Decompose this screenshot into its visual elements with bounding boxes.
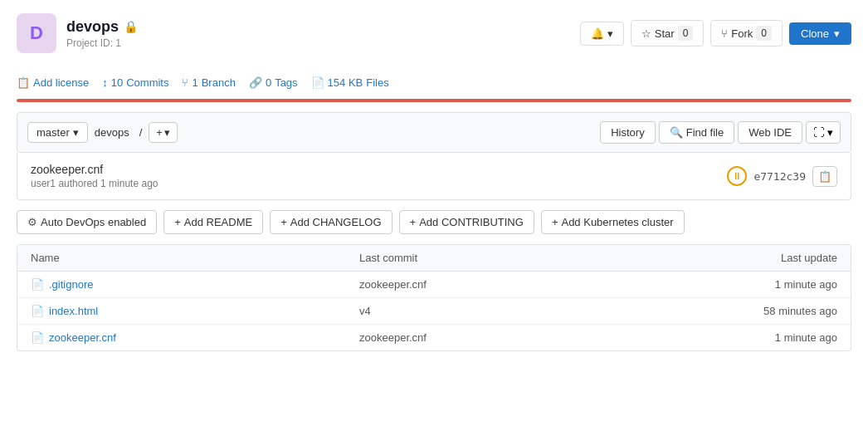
commits-label: Commits (126, 76, 168, 89)
file-commit-gitignore: zookeeper.cnf (359, 278, 688, 291)
project-avatar: D (17, 13, 56, 53)
file-commit-zookeeper: zookeeper.cnf (359, 331, 688, 344)
add-readme-label: Add README (184, 216, 252, 228)
branch-bar: master ▾ devops / + ▾ History 🔍 Find fil… (17, 112, 851, 153)
file-icon-zookeeper: 📄 (31, 331, 44, 344)
lock-icon: 🔒 (124, 20, 138, 33)
file-name-gitignore[interactable]: 📄 .gitignore (31, 278, 359, 291)
add-readme-button[interactable]: + Add README (163, 210, 263, 234)
col-update-header: Last update (688, 252, 837, 264)
auto-devops-button[interactable]: ⚙ Auto DevOps enabled (17, 210, 157, 234)
star-count: 0 (678, 26, 694, 41)
commit-right: ⏸ e7712c39 📋 (727, 166, 837, 187)
clone-button[interactable]: Clone ▾ (789, 22, 851, 45)
commit-action: authored (58, 178, 100, 189)
project-title: devops (66, 18, 119, 36)
license-icon: 📋 (17, 76, 30, 89)
new-file-button[interactable]: + ▾ (149, 122, 178, 143)
gear-icon: ⚙ (27, 216, 37, 228)
file-name-zookeeper[interactable]: 📄 zookeeper.cnf (31, 331, 359, 344)
files-label: Files (366, 76, 388, 89)
add-license-label: Add license (33, 76, 89, 89)
star-label: Star (655, 27, 675, 40)
file-table-header: Name Last commit Last update (17, 245, 851, 272)
file-name-label-gitignore: .gitignore (49, 278, 93, 291)
tags-link[interactable]: 🔗 0 Tags (249, 76, 298, 89)
add-k8s-label: Add Kubernetes cluster (561, 216, 673, 228)
file-row: 📄 .gitignore zookeeper.cnf 1 minute ago (17, 272, 851, 298)
plus-icon: + (156, 126, 163, 139)
project-header: D devops 🔒 Project ID: 1 🔔 ▾ ☆ Star 0 ⑂ (17, 13, 851, 63)
contributing-icon: + (410, 216, 417, 228)
star-button[interactable]: ☆ Star 0 (631, 20, 705, 47)
copy-hash-button[interactable]: 📋 (812, 166, 837, 187)
add-changelog-label: Add CHANGELOG (290, 216, 382, 228)
fork-button[interactable]: ⑂ Fork 0 (710, 20, 783, 47)
clone-label: Clone (801, 27, 829, 40)
branch-selector[interactable]: master ▾ (27, 122, 88, 143)
history-label: History (611, 126, 644, 139)
web-ide-label: Web IDE (749, 126, 792, 139)
project-id: Project ID: 1 (66, 37, 138, 49)
files-link[interactable]: 📄 154 KB Files (311, 76, 389, 89)
commits-link[interactable]: ↕ 10 Commits (102, 76, 168, 89)
pipeline-status-icon[interactable]: ⏸ (727, 166, 747, 186)
branch-count: 1 (192, 76, 197, 89)
file-name-label-zookeeper: zookeeper.cnf (49, 331, 116, 344)
tags-count: 0 (266, 76, 271, 89)
file-name-label-index: index.html (49, 305, 98, 317)
actions-bar: ⚙ Auto DevOps enabled + Add README + Add… (17, 200, 851, 244)
col-name-header: Name (31, 252, 359, 264)
k8s-icon: + (552, 216, 558, 228)
file-time-zookeeper: 1 minute ago (688, 331, 837, 344)
add-k8s-button[interactable]: + Add Kubernetes cluster (541, 210, 685, 234)
file-row: 📄 zookeeper.cnf zookeeper.cnf 1 minute a… (17, 325, 851, 350)
file-row: 📄 index.html v4 58 minutes ago (17, 298, 851, 325)
header-actions: 🔔 ▾ ☆ Star 0 ⑂ Fork 0 Clone ▾ (580, 20, 851, 47)
file-commit-index: v4 (359, 305, 688, 317)
fork-count: 0 (756, 26, 772, 41)
copy-icon: 📋 (818, 170, 831, 183)
commit-author: user1 (31, 178, 56, 189)
find-file-button[interactable]: 🔍 Find file (659, 121, 735, 144)
file-icon-index: 📄 (31, 305, 44, 317)
branch-link[interactable]: ⑂ 1 Branch (182, 76, 235, 89)
changelog-icon: + (280, 216, 287, 228)
more-arrow-icon: ▾ (827, 126, 833, 139)
file-time-index: 58 minutes ago (688, 305, 837, 317)
add-contributing-button[interactable]: + Add CONTRIBUTING (399, 210, 534, 234)
add-changelog-button[interactable]: + Add CHANGELOG (270, 210, 392, 234)
commit-details: zookeeper.cnf user1 authored 1 minute ag… (31, 163, 158, 189)
col-commit-header: Last commit (359, 252, 688, 264)
project-name: devops 🔒 (66, 18, 138, 36)
find-file-label: Find file (686, 126, 724, 139)
commits-count: 10 (111, 76, 123, 89)
add-license-link[interactable]: 📋 Add license (17, 76, 89, 89)
branch-name: master (37, 126, 70, 139)
commit-message: zookeeper.cnf (31, 163, 158, 176)
history-button[interactable]: History (600, 121, 655, 144)
add-contributing-label: Add CONTRIBUTING (419, 216, 524, 228)
pause-symbol: ⏸ (732, 170, 742, 182)
files-size: 154 KB (328, 76, 363, 89)
commit-info: zookeeper.cnf user1 authored 1 minute ag… (17, 153, 851, 200)
fork-icon: ⑂ (721, 27, 728, 40)
project-info: D devops 🔒 Project ID: 1 (17, 13, 138, 53)
readme-icon: + (174, 216, 181, 228)
notification-button[interactable]: 🔔 ▾ (580, 22, 624, 46)
branch-label: Branch (202, 76, 236, 89)
file-name-index[interactable]: 📄 index.html (31, 305, 359, 317)
find-file-icon: 🔍 (670, 126, 683, 139)
commit-hash: e7712c39 (753, 170, 806, 183)
web-ide-button[interactable]: Web IDE (738, 121, 802, 144)
file-time-gitignore: 1 minute ago (688, 278, 837, 291)
tags-label: Tags (275, 76, 297, 89)
plus-arrow-icon: ▾ (164, 126, 170, 139)
branch-icon: ⑂ (182, 76, 188, 89)
meta-bar: 📋 Add license ↕ 10 Commits ⑂ 1 Branch 🔗 … (17, 76, 851, 96)
more-options-button[interactable]: ⛶ ▾ (806, 121, 841, 144)
tags-icon: 🔗 (249, 76, 262, 89)
branch-right: History 🔍 Find file Web IDE ⛶ ▾ (600, 121, 841, 144)
clone-arrow-icon: ▾ (834, 27, 840, 40)
more-icon: ⛶ (813, 126, 824, 139)
